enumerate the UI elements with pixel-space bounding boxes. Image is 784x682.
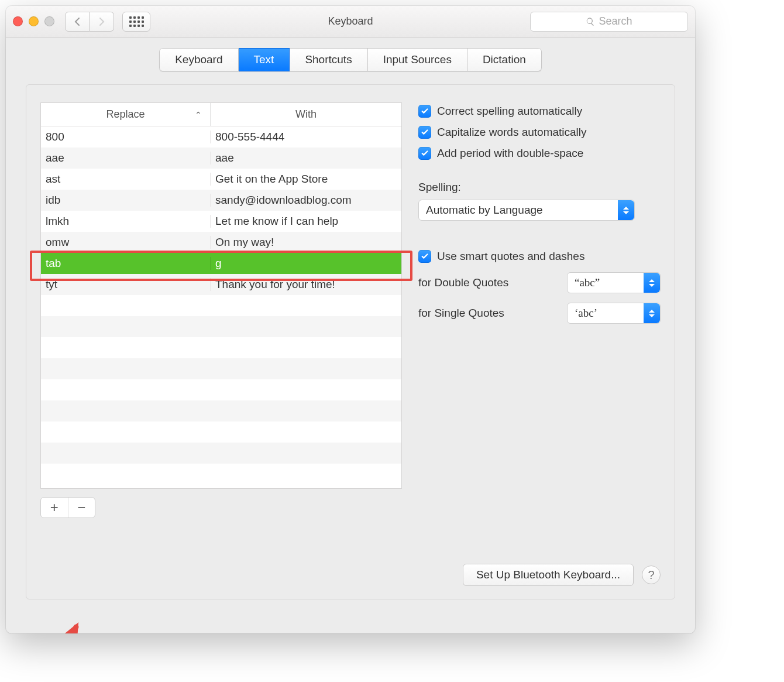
window-title: Keyboard	[328, 15, 373, 28]
table-row[interactable]: idbsandy@idownloadblog.com	[41, 190, 401, 211]
chevron-right-icon	[98, 17, 105, 26]
search-icon	[586, 17, 595, 26]
column-replace[interactable]: Replace ⌃	[41, 103, 211, 126]
remove-button[interactable]: −	[68, 498, 95, 518]
tab-dictation[interactable]: Dictation	[467, 48, 542, 71]
cell-replace: lmkh	[41, 215, 211, 228]
back-button[interactable]	[65, 12, 90, 32]
options-panel: Correct spelling automatically Capitaliz…	[418, 102, 661, 585]
table-body: 800800-555-4444aaeaaeastGet it on the Ap…	[41, 126, 401, 488]
preferences-window: Keyboard Search Keyboard Text Shortcuts …	[6, 6, 695, 633]
titlebar: Keyboard Search	[6, 6, 695, 37]
table-row[interactable]: tabg	[41, 253, 401, 274]
cell-with: Get it on the App Store	[211, 173, 401, 186]
single-quotes-select[interactable]: ‘abc’	[567, 303, 661, 324]
cell-replace: 800	[41, 131, 211, 143]
add-period-checkbox[interactable]: Add period with double-space	[418, 147, 661, 160]
checkbox-checked-icon	[418, 105, 431, 118]
cell-with: aae	[211, 152, 401, 164]
help-button[interactable]: ?	[642, 566, 661, 584]
checkbox-checked-icon	[418, 147, 431, 160]
tab-shortcuts[interactable]: Shortcuts	[290, 48, 367, 71]
cell-with: g	[211, 257, 401, 270]
table-row-empty	[41, 400, 401, 421]
tab-text[interactable]: Text	[239, 48, 290, 71]
table-row-empty	[41, 358, 401, 379]
single-quotes-label: for Single Quotes	[418, 307, 504, 320]
column-with[interactable]: With	[211, 103, 401, 126]
cell-with: Thank you for your time!	[211, 278, 401, 291]
cell-replace: tyt	[41, 278, 211, 291]
table-row[interactable]: 800800-555-4444	[41, 126, 401, 148]
table-row-empty	[41, 337, 401, 358]
content-panel: Replace ⌃ With 800800-555-4444aaeaaeastG…	[26, 84, 675, 599]
double-quotes-select[interactable]: “abc”	[567, 272, 661, 293]
cell-replace: aae	[41, 152, 211, 164]
double-quotes-label: for Double Quotes	[418, 276, 508, 289]
search-field[interactable]: Search	[530, 12, 688, 32]
spelling-select[interactable]: Automatic by Language	[418, 200, 635, 221]
table-row[interactable]: tytThank you for your time!	[41, 274, 401, 295]
cell-replace: ast	[41, 173, 211, 186]
select-stepper-icon	[644, 273, 660, 293]
grid-icon	[129, 16, 144, 27]
table-row[interactable]: aaeaae	[41, 148, 401, 169]
forward-button[interactable]	[90, 12, 114, 32]
bottom-bar: Set Up Bluetooth Keyboard... ?	[463, 564, 661, 586]
checkbox-checked-icon	[418, 126, 431, 139]
svg-line-0	[50, 627, 76, 633]
cell-with: On my way!	[211, 236, 401, 249]
search-placeholder: Search	[599, 15, 632, 28]
replacement-table[interactable]: Replace ⌃ With 800800-555-4444aaeaaeastG…	[40, 102, 402, 489]
show-all-button[interactable]	[122, 12, 150, 32]
cell-with: Let me know if I can help	[211, 215, 401, 228]
close-window-button[interactable]	[13, 16, 23, 26]
correct-spelling-checkbox[interactable]: Correct spelling automatically	[418, 105, 661, 118]
table-header: Replace ⌃ With	[41, 103, 401, 126]
add-button[interactable]: +	[41, 498, 68, 518]
table-row-empty	[41, 464, 401, 485]
table-row[interactable]: omwOn my way!	[41, 232, 401, 253]
checkbox-checked-icon	[418, 250, 431, 263]
tab-bar: Keyboard Text Shortcuts Input Sources Di…	[6, 48, 695, 71]
chevron-left-icon	[74, 17, 81, 26]
table-row-empty	[41, 295, 401, 316]
table-row-empty	[41, 316, 401, 337]
table-row[interactable]: astGet it on the App Store	[41, 169, 401, 190]
tab-input-sources[interactable]: Input Sources	[368, 48, 467, 71]
add-remove-buttons: + −	[40, 497, 95, 518]
minimize-window-button[interactable]	[29, 16, 39, 26]
tab-keyboard[interactable]: Keyboard	[159, 48, 238, 71]
table-row-empty	[41, 379, 401, 400]
select-stepper-icon	[644, 303, 660, 323]
sort-caret-icon: ⌃	[195, 110, 202, 119]
cell-replace: tab	[41, 257, 211, 270]
replacement-table-area: Replace ⌃ With 800800-555-4444aaeaaeastG…	[40, 102, 402, 585]
cell-with: sandy@idownloadblog.com	[211, 194, 401, 207]
table-row[interactable]: lmkhLet me know if I can help	[41, 211, 401, 232]
bluetooth-keyboard-button[interactable]: Set Up Bluetooth Keyboard...	[463, 564, 634, 586]
capitalize-checkbox[interactable]: Capitalize words automatically	[418, 126, 661, 139]
cell-with: 800-555-4444	[211, 131, 401, 143]
cell-replace: idb	[41, 194, 211, 207]
spelling-label: Spelling:	[418, 181, 661, 194]
window-controls	[13, 16, 54, 26]
smart-quotes-checkbox[interactable]: Use smart quotes and dashes	[418, 250, 661, 263]
table-row-empty	[41, 443, 401, 464]
select-stepper-icon	[618, 200, 634, 220]
nav-buttons	[65, 12, 114, 32]
cell-replace: omw	[41, 236, 211, 249]
zoom-window-button[interactable]	[44, 16, 54, 26]
table-row-empty	[41, 421, 401, 443]
annotation-arrow	[44, 619, 97, 633]
